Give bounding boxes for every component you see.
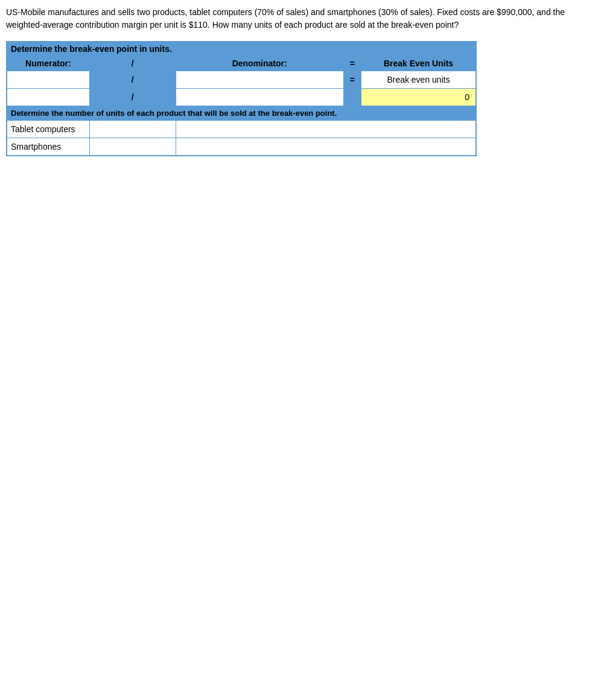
break-even-value-cell[interactable] <box>361 89 476 106</box>
slash1: / <box>89 71 176 89</box>
tablet-input[interactable] <box>94 122 172 136</box>
problem-text: US-Mobile manufactures and sells two pro… <box>6 6 585 31</box>
denominator-input2[interactable] <box>180 91 340 104</box>
section2-header: Determine the number of units of each pr… <box>7 106 476 121</box>
col-numerator-header: Numerator: <box>7 56 89 71</box>
col-break-even-header: Break Even Units <box>361 56 476 71</box>
numerator-input2[interactable] <box>11 91 86 104</box>
smartphones-empty <box>176 138 476 156</box>
col-denominator-header: Denominator: <box>176 56 343 71</box>
section1-header-row: Determine the break-even point in units. <box>7 42 476 56</box>
slash2: / <box>89 89 176 106</box>
tablet-empty <box>176 121 476 138</box>
col-equals-header: = <box>343 56 361 71</box>
denominator-input-cell1[interactable] <box>176 71 343 89</box>
empty-equals2 <box>343 89 361 106</box>
tablet-label: Tablet computers <box>7 121 89 138</box>
numerator-input1[interactable] <box>11 73 86 86</box>
break-even-row2: / <box>7 89 476 106</box>
numerator-input-cell2[interactable] <box>7 89 89 106</box>
numerator-input-cell1[interactable] <box>7 71 89 89</box>
tablet-input-cell[interactable] <box>89 121 176 138</box>
smartphones-label: Smartphones <box>7 138 89 156</box>
break-even-value-input[interactable] <box>365 91 472 104</box>
section1-header: Determine the break-even point in units. <box>7 42 476 56</box>
section2-header-row: Determine the number of units of each pr… <box>7 106 476 121</box>
smartphones-row: Smartphones <box>7 138 476 156</box>
tablet-row: Tablet computers <box>7 121 476 138</box>
break-even-row1: / = Break even units <box>7 71 476 89</box>
equals1: = <box>343 71 361 89</box>
smartphones-input[interactable] <box>94 140 172 153</box>
denominator-input1[interactable] <box>180 73 340 86</box>
denominator-input-cell2[interactable] <box>176 89 343 106</box>
col-slash-header: / <box>89 56 176 71</box>
break-even-label1: Break even units <box>361 71 476 89</box>
smartphones-input-cell[interactable] <box>89 138 176 156</box>
break-even-table: Determine the break-even point in units.… <box>6 41 477 156</box>
col-headers-row: Numerator: / Denominator: = Break Even U… <box>7 56 476 71</box>
